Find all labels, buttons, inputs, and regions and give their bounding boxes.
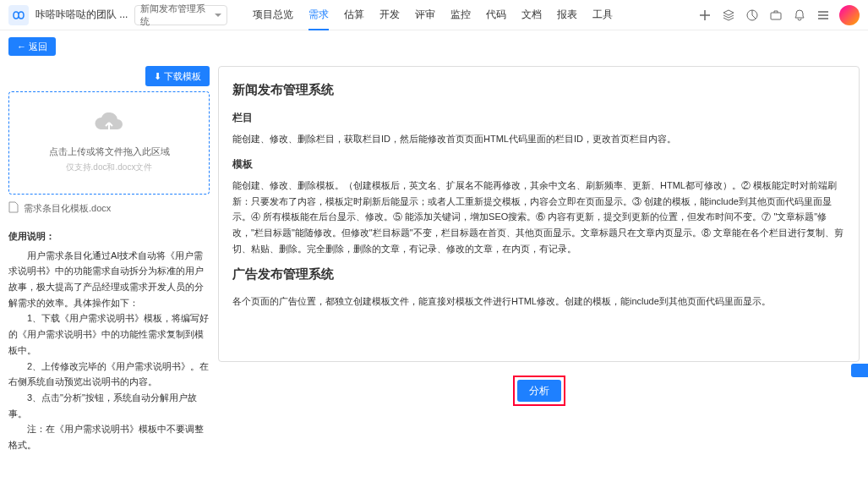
bell-icon[interactable]: [792, 8, 807, 23]
document-preview: 新闻发布管理系统 栏目 能创建、修改、删除栏目，获取栏目ID，然后能修改首页页面…: [218, 66, 860, 362]
nav-item-2[interactable]: 估算: [344, 0, 364, 30]
preview-heading-1: 新闻发布管理系统: [232, 79, 845, 101]
preview-paragraph: 各个页面的广告位置，都独立创建模板文件，能直接对模板文件进行HTML修改。创建的…: [232, 293, 845, 310]
upload-text: 点击上传或将文件拖入此区域: [49, 145, 170, 158]
nav-item-5[interactable]: 监控: [450, 0, 471, 30]
cloud-upload-icon: [92, 112, 126, 140]
instructions-step: 2、上传修改完毕的《用户需求说明书》。在右侧系统自动预览出说明书的内容。: [8, 359, 210, 390]
analyze-highlight: 分析: [513, 376, 565, 406]
nav-item-6[interactable]: 代码: [486, 0, 506, 30]
main-layout: ⬇ 下载模板 点击上传或将文件拖入此区域 仅支持.doc和.docx文件 需求条…: [0, 63, 868, 462]
instructions-title: 使用说明：: [8, 228, 210, 244]
preview-subheading: 栏目: [232, 109, 845, 126]
back-button[interactable]: ← 返回: [8, 37, 56, 56]
instructions-note: 注：在《用户需求说明书》模板中不要调整格式。: [8, 421, 210, 452]
instructions-step: 1、下载《用户需求说明书》模板，将编写好的《用户需求说明书》中的功能性需求复制到…: [8, 310, 210, 358]
main-nav: 项目总览需求估算开发评审监控代码文档报表工具: [253, 0, 697, 30]
top-bar: 咔嗒咔嗒哒的团队 ... 新闻发布管理系统 项目总览需求估算开发评审监控代码文档…: [0, 0, 868, 30]
logo-icon[interactable]: [8, 5, 29, 25]
preview-paragraph: 能创建、修改、删除模板。（创建模板后，英文名、扩展名不能再修改，其余中文名、刷新…: [232, 178, 845, 256]
instructions-intro: 用户需求条目化通过AI技术自动将《用户需求说明书》中的功能需求自动拆分为标准的用…: [8, 248, 210, 311]
upload-dropzone[interactable]: 点击上传或将文件拖入此区域 仅支持.doc和.docx文件: [8, 91, 210, 195]
feedback-tab[interactable]: 反馈: [851, 364, 868, 377]
menu-icon[interactable]: [816, 8, 831, 23]
svg-rect-1: [771, 13, 781, 19]
project-select-value: 新闻发布管理系统: [140, 3, 211, 28]
instructions-step: 3、点击"分析"按钮，系统自动分解用户故事。: [8, 390, 210, 421]
avatar[interactable]: [839, 5, 860, 25]
project-select[interactable]: 新闻发布管理系统: [134, 5, 227, 25]
analyze-button[interactable]: 分析: [517, 380, 561, 402]
preview-heading-2: 广告发布管理系统: [232, 263, 845, 285]
layers-icon[interactable]: [721, 8, 736, 23]
nav-item-9[interactable]: 工具: [592, 0, 613, 30]
team-name[interactable]: 咔嗒咔嗒哒的团队 ...: [35, 8, 128, 22]
file-icon: [8, 201, 19, 215]
nav-item-0[interactable]: 项目总览: [253, 0, 293, 30]
briefcase-icon[interactable]: [768, 8, 783, 23]
right-panel: 新闻发布管理系统 栏目 能创建、修改、删除栏目，获取栏目ID，然后能修改首页页面…: [218, 66, 860, 453]
download-template-button[interactable]: ⬇ 下载模板: [145, 66, 210, 86]
chart-icon[interactable]: [745, 8, 760, 23]
nav-item-3[interactable]: 开发: [379, 0, 400, 30]
instructions: 使用说明： 用户需求条目化通过AI技术自动将《用户需求说明书》中的功能需求自动拆…: [8, 228, 210, 453]
uploaded-file-row[interactable]: 需求条目化模板.docx: [8, 201, 210, 215]
left-panel: ⬇ 下载模板 点击上传或将文件拖入此区域 仅支持.doc和.docx文件 需求条…: [8, 66, 210, 453]
nav-item-4[interactable]: 评审: [415, 0, 435, 30]
nav-item-1[interactable]: 需求: [308, 0, 329, 30]
nav-item-8[interactable]: 报表: [557, 0, 577, 30]
preview-paragraph: 能创建、修改、删除栏目，获取栏目ID，然后能修改首页页面HTML代码里面的栏目I…: [232, 131, 845, 147]
plus-icon[interactable]: [697, 8, 712, 23]
uploaded-file-name: 需求条目化模板.docx: [24, 202, 111, 215]
top-icons: [697, 5, 860, 25]
preview-subheading: 模板: [232, 156, 845, 173]
upload-hint: 仅支持.doc和.docx文件: [66, 162, 153, 173]
nav-item-7[interactable]: 文档: [521, 0, 542, 30]
